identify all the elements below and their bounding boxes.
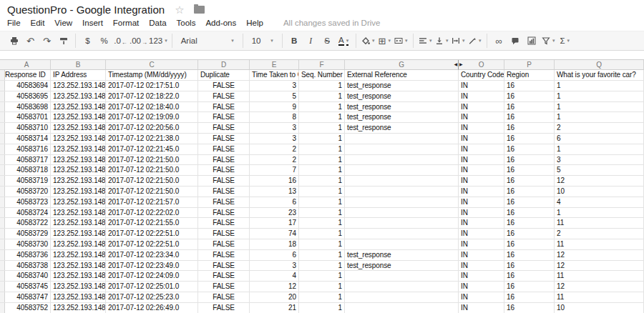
cell-D13[interactable]: FALSE xyxy=(198,197,250,208)
cell-G12[interactable] xyxy=(345,187,459,197)
cell-G4[interactable]: test_response xyxy=(345,102,459,113)
cell-P7[interactable]: 16 xyxy=(504,134,555,144)
cell-P11[interactable]: 16 xyxy=(504,176,555,187)
cell-O7[interactable]: IN xyxy=(459,134,504,144)
cell-G6[interactable]: test_response xyxy=(345,123,459,134)
cell-B5[interactable]: 123.252.193.148 xyxy=(51,112,106,123)
cell-G16[interactable] xyxy=(345,229,459,239)
text-color-button[interactable]: A▾ xyxy=(336,34,351,49)
menu-item-file[interactable]: File xyxy=(7,19,21,27)
cell-G23[interactable] xyxy=(345,303,459,313)
cell-B10[interactable]: 123.252.193.148 xyxy=(51,165,106,176)
cell-O18[interactable]: IN xyxy=(459,250,504,261)
cell-Q2[interactable]: 1 xyxy=(555,81,644,91)
cell-O21[interactable]: IN xyxy=(459,282,504,292)
cell-P14[interactable]: 16 xyxy=(504,208,555,219)
cell-E2[interactable]: 3 xyxy=(250,81,299,91)
fill-color-button[interactable]: ▾ xyxy=(361,34,376,49)
cell-D5[interactable]: FALSE xyxy=(198,112,250,123)
cell-G10[interactable] xyxy=(345,165,459,176)
cell-E4[interactable]: 9 xyxy=(250,102,299,113)
functions-button[interactable]: Σ▾ xyxy=(557,34,572,49)
format-currency-button[interactable]: $ xyxy=(80,34,95,49)
cell-C4[interactable]: 2017-07-12 02:18:40.0 xyxy=(106,102,198,113)
cell-Q22[interactable]: 11 xyxy=(555,292,644,303)
cell-P9[interactable]: 16 xyxy=(504,155,555,166)
cell-B3[interactable]: 123.252.193.148 xyxy=(51,91,106,102)
cell-G3[interactable]: test_response xyxy=(345,91,459,102)
font-family-select[interactable]: Arial▾ xyxy=(177,34,238,49)
cell-A8[interactable]: 40583716 xyxy=(3,144,51,155)
cell-Q7[interactable]: 6 xyxy=(555,134,644,144)
cell-P17[interactable]: 16 xyxy=(504,239,555,250)
column-header-C[interactable]: C xyxy=(106,60,198,70)
cell-D8[interactable]: FALSE xyxy=(198,144,250,155)
cell-A7[interactable]: 40583714 xyxy=(3,134,51,144)
cell-B13[interactable]: 123.252.193.148 xyxy=(51,197,106,208)
cell-F13[interactable]: 1 xyxy=(299,197,345,208)
cell-E13[interactable]: 6 xyxy=(250,197,299,208)
menu-item-view[interactable]: View xyxy=(54,19,72,27)
cell-F23[interactable]: 1 xyxy=(299,303,345,313)
cell-D9[interactable]: FALSE xyxy=(198,155,250,166)
cell-C19[interactable]: 2017-07-12 02:23:49.0 xyxy=(106,261,198,272)
cell-F1[interactable]: Seq. Number xyxy=(299,70,345,81)
cell-E5[interactable]: 8 xyxy=(250,112,299,123)
cell-A3[interactable]: 40583695 xyxy=(3,91,51,102)
cell-A16[interactable]: 40583729 xyxy=(3,229,51,239)
cell-B19[interactable]: 123.252.193.148 xyxy=(51,261,106,272)
cell-B18[interactable]: 123.252.193.148 xyxy=(51,250,106,261)
decrease-decimal-button[interactable]: .0← xyxy=(113,34,128,49)
cell-C1[interactable]: Timestamp (MM/dd/yyyy) xyxy=(106,70,198,81)
cell-A20[interactable]: 40583740 xyxy=(3,271,51,282)
cell-E7[interactable]: 3 xyxy=(250,134,299,144)
cell-D4[interactable]: FALSE xyxy=(198,102,250,113)
cell-G15[interactable] xyxy=(345,218,459,229)
cell-G5[interactable]: test_response xyxy=(345,112,459,123)
more-formats-button[interactable]: 123▾ xyxy=(149,34,167,49)
cell-F18[interactable]: 1 xyxy=(299,250,345,261)
menu-item-help[interactable]: Help xyxy=(246,19,263,27)
cell-P22[interactable]: 16 xyxy=(504,292,555,303)
cell-F5[interactable]: 1 xyxy=(299,112,345,123)
cell-B15[interactable]: 123.252.193.148 xyxy=(51,218,106,229)
page-title[interactable]: QuestionPro - Google Integration xyxy=(7,4,165,16)
cell-B16[interactable]: 123.252.193.148 xyxy=(51,229,106,239)
redo-button[interactable]: ↷ xyxy=(39,34,54,49)
cell-E19[interactable]: 3 xyxy=(250,261,299,272)
cell-Q1[interactable]: What is your favorite car? xyxy=(555,70,644,81)
menu-item-data[interactable]: Data xyxy=(149,19,166,27)
cell-O10[interactable]: IN xyxy=(459,165,504,176)
cell-C13[interactable]: 2017-07-12 02:21:57.0 xyxy=(106,197,198,208)
italic-button[interactable]: I xyxy=(303,34,318,49)
cell-O1[interactable]: Country Code xyxy=(459,70,504,81)
cell-C10[interactable]: 2017-07-12 02:21:50.0 xyxy=(106,165,198,176)
cell-C17[interactable]: 2017-07-12 02:22:51.0 xyxy=(106,239,198,250)
cell-E14[interactable]: 23 xyxy=(250,208,299,219)
cell-B4[interactable]: 123.252.193.148 xyxy=(51,102,106,113)
cell-C15[interactable]: 2017-07-12 02:21:55.0 xyxy=(106,218,198,229)
paint-format-button[interactable] xyxy=(56,34,71,49)
cell-G19[interactable]: test_response xyxy=(345,261,459,272)
cell-C3[interactable]: 2017-07-12 02:18:22.0 xyxy=(106,91,198,102)
cell-D15[interactable]: FALSE xyxy=(198,218,250,229)
cell-A12[interactable]: 40583720 xyxy=(3,187,51,197)
cell-C7[interactable]: 2017-07-12 02:21:38.0 xyxy=(106,134,198,144)
cell-D18[interactable]: FALSE xyxy=(198,250,250,261)
cell-F12[interactable]: 1 xyxy=(299,187,345,197)
cell-F10[interactable]: 1 xyxy=(299,165,345,176)
cell-Q5[interactable]: 1 xyxy=(555,112,644,123)
cell-G9[interactable] xyxy=(345,155,459,166)
cell-P6[interactable]: 16 xyxy=(504,123,555,134)
cell-O4[interactable]: IN xyxy=(459,102,504,113)
cell-A11[interactable]: 40583719 xyxy=(3,176,51,187)
cell-G17[interactable] xyxy=(345,239,459,250)
cell-O13[interactable]: IN xyxy=(459,197,504,208)
cell-D7[interactable]: FALSE xyxy=(198,134,250,144)
cell-C5[interactable]: 2017-07-12 02:19:09.0 xyxy=(106,112,198,123)
cell-F11[interactable]: 1 xyxy=(299,176,345,187)
cell-O19[interactable]: IN xyxy=(459,261,504,272)
vertical-align-button[interactable]: ▾ xyxy=(434,34,449,49)
insert-comment-button[interactable] xyxy=(508,34,523,49)
cell-A5[interactable]: 40583701 xyxy=(3,112,51,123)
